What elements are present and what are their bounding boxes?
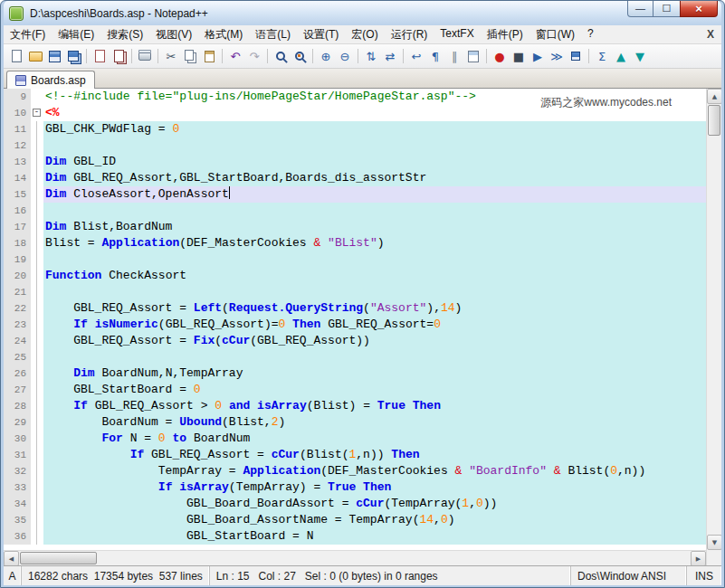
- find-icon[interactable]: [272, 47, 290, 65]
- code-text[interactable]: Blist = Application(DEF_MasterCookies & …: [43, 235, 706, 251]
- menu-item-3[interactable]: 视图(V): [149, 24, 198, 45]
- stop-macro-icon[interactable]: ■: [510, 47, 528, 65]
- print-icon[interactable]: [136, 47, 154, 65]
- code-text[interactable]: If isNumeric(GBL_REQ_Assort)=0 Then GBL_…: [43, 317, 706, 333]
- close-file-icon[interactable]: [91, 47, 109, 65]
- run-macro-multiple-icon[interactable]: ≫: [548, 47, 566, 65]
- menu-item-7[interactable]: 宏(O): [345, 24, 384, 45]
- menu-item-0[interactable]: 文件(F): [4, 24, 52, 45]
- code-text[interactable]: Dim GBL_REQ_Assort,GBL_StartBoard,Boards…: [43, 170, 706, 186]
- menu-item-12[interactable]: ?: [581, 24, 600, 45]
- new-file-icon[interactable]: [7, 47, 25, 65]
- editor-area: 源码之家www.mycodes.net 9<!--#include file="…: [4, 89, 721, 565]
- zoom-out-icon[interactable]: ⊖: [336, 47, 354, 65]
- fold-margin: [31, 235, 43, 251]
- code-text[interactable]: GBL_REQ_Assort = Fix(cCur(GBL_REQ_Assort…: [43, 333, 706, 349]
- code-text[interactable]: If isArray(TempArray) = True Then: [43, 479, 706, 496]
- show-all-chars-icon[interactable]: ¶: [426, 47, 444, 65]
- close-all-icon[interactable]: [110, 47, 128, 65]
- line-number: 36: [4, 528, 31, 545]
- tab-boards-asp[interactable]: Boards.asp: [6, 71, 95, 89]
- play-macro-icon[interactable]: ▶: [529, 47, 547, 65]
- fold-margin: [31, 251, 43, 268]
- cut-icon[interactable]: ✂: [162, 47, 180, 65]
- save-macro-icon[interactable]: [567, 47, 585, 65]
- code-line-16: 16: [4, 203, 706, 219]
- code-text[interactable]: [43, 203, 706, 219]
- code-text[interactable]: Dim GBL_ID: [43, 154, 706, 170]
- replace-icon[interactable]: [291, 47, 309, 65]
- code-text[interactable]: If GBL_REQ_Assort = cCur(Blist(1,n)) The…: [43, 447, 706, 463]
- move-up-icon[interactable]: ▲: [612, 47, 630, 65]
- code-text[interactable]: TempArray = Application(DEF_MasterCookie…: [43, 463, 706, 479]
- code-text[interactable]: GBL_REQ_Assort = Left(Request.QueryStrin…: [43, 300, 706, 317]
- vertical-scrollbar[interactable]: ▲ ▼: [706, 89, 721, 565]
- title-bar[interactable]: D:\aspceshi\Boards.asp - Notepad++ — ☐ ×: [4, 1, 721, 25]
- code-text[interactable]: [43, 138, 706, 154]
- vertical-scroll-track[interactable]: [707, 104, 721, 535]
- undo-icon[interactable]: ↶: [226, 47, 244, 65]
- redo-icon[interactable]: ↷: [245, 47, 263, 65]
- save-file-icon[interactable]: [45, 47, 63, 65]
- word-wrap-icon[interactable]: ↩: [407, 47, 425, 65]
- menu-item-6[interactable]: 设置(T): [297, 24, 345, 45]
- code-text[interactable]: GBL_StartBoard = N: [43, 528, 706, 545]
- code-line-23: 23 If isNumeric(GBL_REQ_Assort)=0 Then G…: [4, 317, 706, 333]
- code-text[interactable]: For N = 0 to BoardNum: [43, 431, 706, 447]
- fold-margin: [31, 268, 43, 284]
- code-text[interactable]: If GBL_REQ_Assort > 0 and isArray(Blist)…: [43, 398, 706, 414]
- record-macro-icon[interactable]: ●: [491, 47, 509, 65]
- menu-item-1[interactable]: 编辑(E): [52, 24, 100, 45]
- close-document-x-icon[interactable]: X: [707, 28, 714, 41]
- menu-item-4[interactable]: 格式(M): [198, 24, 249, 45]
- fold-margin: [31, 479, 43, 496]
- menu-item-9[interactable]: TextFX: [434, 24, 480, 45]
- vertical-scroll-thumb[interactable]: [708, 105, 720, 136]
- menu-item-5[interactable]: 语言(L): [249, 24, 297, 45]
- horizontal-scroll-track[interactable]: [19, 551, 691, 565]
- code-text[interactable]: [43, 284, 706, 300]
- line-number: 10: [4, 105, 31, 121]
- code-text[interactable]: GBL_CHK_PWdFlag = 0: [43, 121, 706, 138]
- close-button[interactable]: ×: [680, 1, 718, 17]
- menu-item-8[interactable]: 运行(R): [385, 24, 434, 45]
- save-all-icon[interactable]: [64, 47, 82, 65]
- code-text[interactable]: Dim Blist,BoardNum: [43, 219, 706, 235]
- horizontal-scroll-thumb[interactable]: [20, 552, 97, 564]
- scroll-down-arrow-icon[interactable]: ▼: [707, 535, 721, 550]
- minimize-button[interactable]: —: [627, 1, 653, 17]
- code-text[interactable]: [43, 349, 706, 365]
- code-area[interactable]: 源码之家www.mycodes.net 9<!--#include file="…: [4, 89, 706, 550]
- open-file-icon[interactable]: [26, 47, 44, 65]
- sync-vertical-scroll-icon[interactable]: ⇅: [362, 47, 380, 65]
- line-number: 26: [4, 365, 31, 382]
- scroll-left-arrow-icon[interactable]: ◀: [4, 551, 19, 565]
- indent-guide-icon[interactable]: ∥: [445, 47, 463, 65]
- code-text[interactable]: [43, 251, 706, 268]
- menu-item-2[interactable]: 搜索(S): [100, 24, 149, 45]
- code-text[interactable]: Function CheckAssort: [43, 268, 706, 284]
- horizontal-scrollbar[interactable]: ◀ ▶: [4, 550, 706, 565]
- sync-horizontal-scroll-icon[interactable]: ⇄: [381, 47, 399, 65]
- scroll-right-arrow-icon[interactable]: ▶: [691, 551, 706, 565]
- doc-map-icon[interactable]: [464, 47, 482, 65]
- paste-icon[interactable]: [200, 47, 218, 65]
- code-text[interactable]: GBL_Board_AssortName = TempArray(14,0): [43, 512, 706, 528]
- code-text[interactable]: GBL_Board_BoardAssort = cCur(TempArray(1…: [43, 496, 706, 512]
- code-text[interactable]: Dim BoardNum,N,TempArray: [43, 365, 706, 382]
- textfx-tool-icon[interactable]: Σ: [593, 47, 611, 65]
- code-line-14: 14Dim GBL_REQ_Assort,GBL_StartBoard,Boar…: [4, 170, 706, 186]
- code-text[interactable]: GBL_StartBoard = 0: [43, 382, 706, 398]
- menu-item-11[interactable]: 窗口(W): [529, 24, 581, 45]
- code-text[interactable]: Dim CloseAssort,OpenAssort: [43, 186, 706, 203]
- fold-margin: [31, 89, 43, 105]
- copy-icon[interactable]: [181, 47, 199, 65]
- maximize-button[interactable]: ☐: [653, 1, 680, 17]
- scroll-up-arrow-icon[interactable]: ▲: [707, 89, 721, 104]
- menu-item-10[interactable]: 插件(P): [481, 24, 529, 45]
- toolbar-separator: [486, 49, 487, 63]
- fold-marker-icon[interactable]: -: [33, 109, 41, 117]
- code-text[interactable]: BoardNum = Ubound(Blist,2): [43, 414, 706, 431]
- move-down-icon[interactable]: ▼: [631, 47, 649, 65]
- zoom-in-icon[interactable]: ⊕: [317, 47, 335, 65]
